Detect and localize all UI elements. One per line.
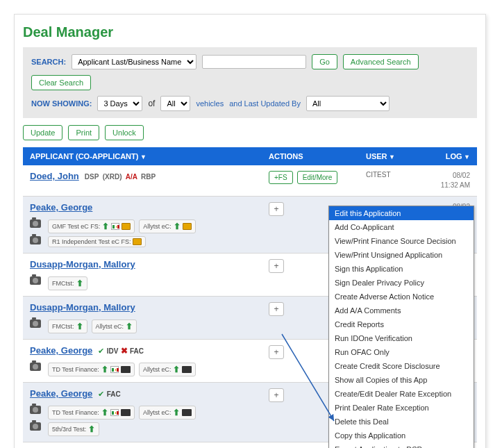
dark-card-icon bbox=[121, 366, 131, 373]
col-user[interactable]: USER bbox=[366, 152, 421, 160]
chip-label: GMF Test eC FS: bbox=[52, 223, 100, 230]
bar-chart-icon bbox=[111, 223, 119, 230]
vehicles-select[interactable]: All bbox=[160, 96, 190, 111]
source-chip[interactable]: FMCtst:⬆ bbox=[48, 320, 87, 333]
expand-actions-button[interactable]: + bbox=[269, 259, 284, 273]
update-button[interactable]: Update bbox=[23, 125, 62, 140]
filters-panel: SEARCH: Applicant Last/Business Name Go … bbox=[23, 47, 477, 118]
applicant-name-link[interactable]: Peake, George bbox=[30, 388, 92, 399]
menu-item[interactable]: Edit this Application bbox=[329, 206, 474, 220]
source-chip[interactable]: Allytst eC:⬆ bbox=[92, 320, 137, 333]
camera-icon[interactable] bbox=[30, 276, 41, 285]
menu-item[interactable]: Run IDOne Verification bbox=[329, 331, 474, 345]
go-button[interactable]: Go bbox=[312, 54, 337, 69]
table-header: APPLICANT (CO-APPLICANT) ACTIONS USER LO… bbox=[23, 147, 477, 165]
edit-more-button[interactable]: Edit/More bbox=[297, 171, 338, 184]
advanced-search-button[interactable]: Advanced Search bbox=[343, 54, 419, 69]
col-applicant[interactable]: APPLICANT (CO-APPLICANT) bbox=[30, 152, 269, 160]
camera-icon[interactable] bbox=[30, 422, 41, 431]
check-icon: ✔ bbox=[98, 347, 104, 355]
arrow-up-icon: ⬆ bbox=[102, 222, 109, 231]
add-fs-button[interactable]: +FS bbox=[269, 171, 293, 184]
dark-card-icon bbox=[182, 366, 192, 373]
menu-item[interactable]: Run OFAC Only bbox=[329, 345, 474, 359]
menu-item[interactable]: Create Adverse Action Notice bbox=[329, 290, 474, 304]
menu-item[interactable]: Add Co-Applicant bbox=[329, 220, 474, 234]
gold-folder-icon bbox=[133, 238, 142, 245]
menu-item[interactable]: Add A/A Comments bbox=[329, 304, 474, 317]
source-chip[interactable]: 5th/3rd Test:⬆ bbox=[48, 422, 99, 436]
applicant-name-link[interactable]: Dusapp-Morgan, Mallory bbox=[30, 259, 135, 269]
menu-item[interactable]: Create/Edit Dealer Rate Exception bbox=[329, 387, 474, 401]
camera-icon[interactable] bbox=[30, 406, 41, 414]
expand-actions-button[interactable]: + bbox=[269, 302, 284, 316]
unlock-button[interactable]: Unlock bbox=[105, 125, 144, 140]
arrow-up-icon: ⬆ bbox=[126, 322, 133, 331]
arrow-up-icon: ⬆ bbox=[173, 365, 180, 374]
applicant-name-link[interactable]: Doed, John bbox=[30, 171, 79, 181]
camera-icon[interactable] bbox=[30, 236, 41, 244]
dark-card-icon bbox=[182, 409, 192, 416]
col-log[interactable]: LOG bbox=[421, 152, 470, 160]
camera-icon[interactable] bbox=[30, 219, 41, 228]
source-chip[interactable]: TD Test Finance:⬆ bbox=[48, 363, 135, 376]
menu-item[interactable]: View/Print Unsigned Application bbox=[329, 248, 474, 262]
col-actions: ACTIONS bbox=[269, 152, 366, 160]
menu-item[interactable]: Copy this Application bbox=[329, 429, 474, 442]
applicant-codes: DSP (XRD) A/A RBP bbox=[85, 173, 156, 181]
arrow-up-icon: ⬆ bbox=[88, 424, 95, 434]
search-by-select[interactable]: Applicant Last/Business Name bbox=[72, 54, 196, 69]
applicant-name-link[interactable]: Peake, George bbox=[30, 202, 92, 213]
of-label: of bbox=[148, 99, 155, 108]
fac-badge: FAC bbox=[130, 347, 144, 355]
applicant-name-link[interactable]: Dusapp-Morgan, Mallory bbox=[30, 302, 135, 313]
chip-label: FMCtst: bbox=[52, 323, 74, 330]
source-chip[interactable]: TD Test Finance:⬆ bbox=[48, 406, 135, 420]
chip-label: FMCtst: bbox=[52, 280, 74, 287]
chip-label: R1 Independent Test eC FS: bbox=[52, 238, 131, 245]
arrow-up-icon: ⬆ bbox=[101, 365, 108, 374]
menu-item[interactable]: Create Credit Score Disclosure bbox=[329, 359, 474, 373]
menu-item[interactable]: Sign Dealer Privacy Policy bbox=[329, 276, 474, 290]
source-chip[interactable]: FMCtst:⬆ bbox=[48, 276, 87, 290]
arrow-up-icon: ⬆ bbox=[101, 408, 108, 417]
print-button[interactable]: Print bbox=[68, 125, 99, 140]
x-red-icon: ✖ bbox=[121, 346, 128, 356]
menu-item[interactable]: Delete this Deal bbox=[329, 415, 474, 429]
arrow-up-icon: ⬆ bbox=[76, 322, 83, 331]
dark-card-icon bbox=[121, 409, 131, 416]
expand-actions-button[interactable]: + bbox=[269, 345, 284, 359]
source-chip[interactable]: Allytst eC:⬆ bbox=[139, 406, 196, 420]
source-chip[interactable]: Allytst eC:⬆ bbox=[139, 363, 196, 376]
user-cell: CITEST bbox=[366, 171, 421, 179]
menu-item[interactable]: Show all Copies of this App bbox=[329, 373, 474, 387]
source-chip[interactable]: R1 Independent Test eC FS: bbox=[48, 236, 146, 247]
updated-by-select[interactable]: All bbox=[306, 96, 390, 111]
menu-item[interactable]: Credit Reports bbox=[329, 317, 474, 331]
chip-label: Allytst eC: bbox=[96, 323, 124, 330]
chip-label: TD Test Finance: bbox=[52, 366, 99, 373]
idv-badge: IDV bbox=[107, 347, 119, 355]
source-chip[interactable]: Allytst eC:⬆ bbox=[139, 219, 196, 233]
clear-search-button[interactable]: Clear Search bbox=[31, 75, 91, 90]
menu-item[interactable]: View/Print Finance Source Decision bbox=[329, 234, 474, 248]
context-menu: Edit this ApplicationAdd Co-ApplicantVie… bbox=[328, 206, 474, 448]
search-input[interactable] bbox=[202, 55, 306, 69]
chip-label: Allytst eC: bbox=[143, 366, 171, 373]
chip-label: Allytst eC: bbox=[143, 409, 171, 416]
arrow-up-icon: ⬆ bbox=[174, 222, 181, 231]
camera-icon[interactable] bbox=[30, 363, 41, 371]
source-chip[interactable]: GMF Test eC FS:⬆ bbox=[48, 219, 135, 233]
menu-item[interactable]: Print Dealer Rate Exception bbox=[329, 401, 474, 415]
applicant-name-link[interactable]: Peake, George bbox=[30, 345, 92, 356]
menu-item[interactable]: Export Application to DSP bbox=[329, 442, 474, 448]
chip-label: TD Test Finance: bbox=[52, 409, 99, 416]
days-select[interactable]: 3 Days bbox=[97, 96, 142, 111]
expand-actions-button[interactable]: + bbox=[269, 388, 284, 402]
camera-icon[interactable] bbox=[30, 320, 41, 328]
expand-actions-button[interactable]: + bbox=[269, 202, 284, 216]
search-label: SEARCH: bbox=[31, 58, 66, 66]
chip-label: Allytst eC: bbox=[143, 223, 171, 230]
menu-item[interactable]: Sign this Application bbox=[329, 262, 474, 276]
gold-folder-icon bbox=[183, 223, 192, 230]
